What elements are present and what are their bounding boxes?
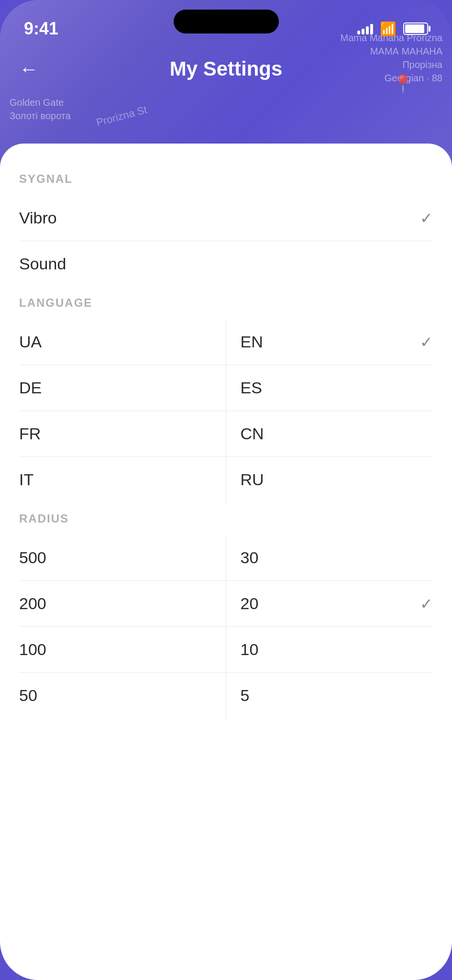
language-cn-label: CN: [241, 424, 264, 443]
radius-10-label: 10: [241, 640, 259, 659]
language-fr-cell[interactable]: FR: [19, 411, 226, 457]
vibro-row[interactable]: Vibro ✓: [19, 195, 433, 241]
language-ru-cell[interactable]: RU: [226, 457, 433, 502]
content-card: SYGNAL Vibro ✓ Sound LANGUAGE UA EN ✓: [0, 144, 452, 980]
location-pin-icon: 📍: [392, 74, 414, 94]
signal-bar-1: [357, 31, 360, 34]
header: ← My Settings: [0, 57, 452, 80]
language-it-cell[interactable]: IT: [19, 457, 226, 502]
back-button[interactable]: ←: [19, 58, 38, 80]
language-en-cell[interactable]: EN ✓: [226, 319, 433, 365]
radius-30-label: 30: [241, 548, 259, 567]
radius-20-label: 20: [241, 594, 259, 613]
page-title: My Settings: [38, 57, 414, 80]
radius-500-cell[interactable]: 500: [19, 535, 226, 581]
radius-200-cell[interactable]: 200: [19, 581, 226, 627]
wifi-icon: 📶: [380, 21, 397, 37]
signal-section-label: SYGNAL: [19, 172, 433, 186]
radius-50-cell[interactable]: 50: [19, 673, 226, 718]
language-it-label: IT: [19, 470, 33, 489]
language-cn-cell[interactable]: CN: [226, 411, 433, 457]
vibro-checkmark: ✓: [420, 209, 433, 227]
sound-row[interactable]: Sound: [19, 241, 433, 287]
language-en-label: EN: [241, 333, 263, 351]
status-icons: 📶: [357, 21, 428, 37]
radius-grid: 500 30 200 20 ✓ 100 10: [19, 535, 433, 718]
battery-fill: [405, 24, 424, 33]
radius-50-label: 50: [19, 686, 37, 705]
radius-section: RADIUS 500 30 200 20 ✓: [19, 512, 433, 718]
radius-5-label: 5: [241, 686, 250, 705]
radius-20-cell[interactable]: 20 ✓: [226, 581, 433, 627]
signal-bars-icon: [357, 23, 373, 34]
radius-20-checkmark: ✓: [420, 595, 433, 613]
battery-icon: [403, 22, 428, 35]
radius-10-cell[interactable]: 10: [226, 627, 433, 673]
radius-5-cell[interactable]: 5: [226, 673, 433, 718]
language-ua-cell[interactable]: UA: [19, 319, 226, 365]
radius-100-label: 100: [19, 640, 46, 659]
radius-section-label: RADIUS: [19, 512, 433, 525]
language-es-label: ES: [241, 379, 262, 397]
language-ru-label: RU: [241, 470, 264, 489]
vibro-label: Vibro: [19, 209, 57, 227]
map-label-bottom-left: Golden GateЗолоті ворота: [10, 96, 71, 122]
dynamic-island: [174, 10, 279, 33]
radius-100-cell[interactable]: 100: [19, 627, 226, 673]
language-fr-label: FR: [19, 424, 41, 443]
sound-label: Sound: [19, 255, 66, 273]
language-grid: UA EN ✓ DE ES FR CN: [19, 319, 433, 502]
language-section-label: LANGUAGE: [19, 296, 433, 310]
status-time: 9:41: [24, 19, 58, 39]
signal-bar-3: [366, 26, 369, 34]
language-es-cell[interactable]: ES: [226, 365, 433, 411]
radius-200-label: 200: [19, 594, 46, 613]
language-ua-label: UA: [19, 333, 42, 351]
signal-bar-2: [362, 29, 364, 34]
language-en-checkmark: ✓: [420, 333, 433, 351]
map-road-label: Prorizna St: [95, 103, 148, 129]
language-section: LANGUAGE UA EN ✓ DE ES: [19, 296, 433, 502]
language-de-label: DE: [19, 379, 42, 397]
signal-section: SYGNAL Vibro ✓ Sound: [19, 172, 433, 287]
signal-bar-4: [370, 24, 373, 34]
phone-frame: Mama Manana ProriznaМАМА МАНАНАПрорізнаG…: [0, 0, 452, 980]
radius-500-label: 500: [19, 548, 46, 567]
radius-30-cell[interactable]: 30: [226, 535, 433, 581]
language-de-cell[interactable]: DE: [19, 365, 226, 411]
